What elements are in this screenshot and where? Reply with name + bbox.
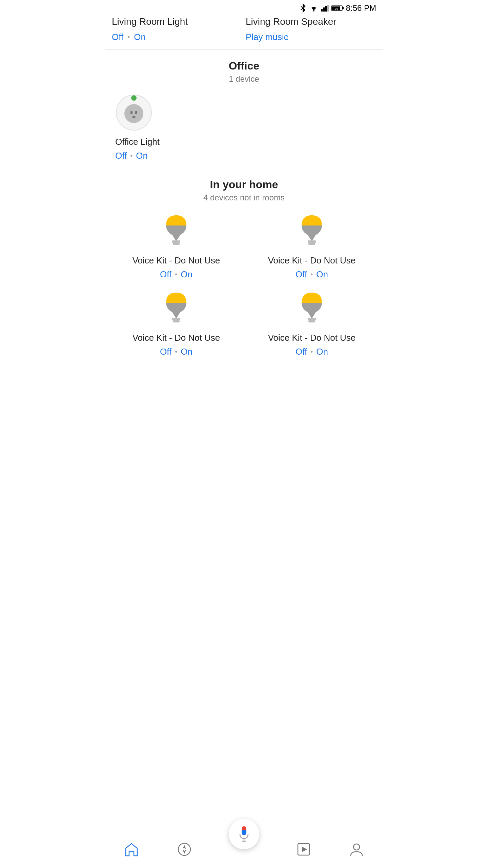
voice-kit-3-on-button[interactable]: On — [181, 347, 192, 357]
nav-explore[interactable] — [176, 841, 193, 858]
voice-kit-4-on-button[interactable]: On — [316, 347, 328, 357]
voice-kit-4: Voice Kit - Do Not Use Off • On — [247, 290, 376, 357]
nav-profile[interactable] — [348, 841, 365, 858]
voice-kit-icon-4 — [295, 290, 329, 327]
voice-kit-icon-2 — [295, 213, 329, 250]
voice-kit-3-off-button[interactable]: Off — [160, 347, 171, 357]
mic-icon — [237, 826, 251, 843]
in-your-home-title: In your home — [112, 178, 376, 191]
svg-rect-13 — [135, 111, 137, 114]
header-devices: Living Room Light Off • On Living Room S… — [105, 16, 383, 50]
svg-rect-28 — [308, 320, 315, 322]
office-section-title: Office — [112, 60, 376, 72]
voice-kit-3-controls: Off • On — [160, 347, 192, 357]
svg-marker-37 — [302, 847, 307, 852]
svg-point-38 — [353, 844, 360, 850]
compass-nav-icon — [176, 841, 193, 858]
svg-text:79: 79 — [335, 7, 338, 11]
media-nav-icon — [295, 841, 312, 858]
home-nav-icon — [123, 841, 140, 858]
svg-rect-27 — [308, 318, 316, 320]
bluetooth-icon — [299, 3, 307, 13]
svg-rect-24 — [172, 318, 180, 320]
voice-kit-2-controls: Off • On — [296, 269, 328, 280]
svg-rect-22 — [308, 243, 315, 245]
status-icons: 79 8:56 PM — [299, 3, 376, 13]
voice-kit-3: Voice Kit - Do Not Use Off • On — [112, 290, 241, 357]
voice-kit-3-name: Voice Kit - Do Not Use — [133, 333, 220, 343]
svg-rect-4 — [327, 5, 329, 12]
svg-rect-1 — [321, 9, 323, 12]
living-room-light-off-button[interactable]: Off — [112, 32, 123, 42]
living-room-light-name: Living Room Light — [112, 16, 239, 27]
voice-kit-2: Voice Kit - Do Not Use Off • On — [247, 213, 376, 280]
svg-rect-14 — [132, 116, 136, 118]
svg-rect-21 — [308, 240, 316, 243]
office-light-device: Office Light Off • On — [112, 94, 376, 161]
svg-rect-6 — [342, 7, 344, 9]
status-bar: 79 8:56 PM — [105, 0, 383, 16]
separator-dot: • — [127, 33, 130, 41]
svg-rect-18 — [172, 240, 180, 243]
mic-button-container — [229, 819, 259, 849]
voice-kit-1-on-button[interactable]: On — [181, 269, 192, 280]
svg-point-10 — [131, 95, 137, 101]
voice-kit-4-off-button[interactable]: Off — [296, 347, 307, 357]
voice-kit-1-off-button[interactable]: Off — [160, 269, 171, 280]
voice-kit-1: Voice Kit - Do Not Use Off • On — [112, 213, 241, 280]
nav-home[interactable] — [123, 841, 140, 858]
svg-rect-25 — [173, 320, 180, 322]
living-room-light-controls: Off • On — [112, 32, 239, 42]
svg-rect-3 — [325, 6, 327, 12]
in-your-home-subtitle: 4 devices not in rooms — [112, 193, 376, 202]
separator-dot-2: • — [130, 152, 133, 160]
voice-kit-2-name: Voice Kit - Do Not Use — [268, 255, 356, 266]
voice-kit-2-on-button[interactable]: On — [316, 269, 328, 280]
office-section-subtitle: 1 device — [112, 74, 376, 84]
office-light-controls: Off • On — [115, 151, 148, 161]
in-your-home-section: In your home 4 devices not in rooms Voic… — [105, 168, 383, 398]
time-display: 8:56 PM — [346, 3, 376, 13]
voice-kit-4-controls: Off • On — [296, 347, 328, 357]
svg-marker-34 — [183, 845, 186, 849]
battery-icon: 79 — [331, 4, 344, 12]
voice-kit-1-controls: Off • On — [160, 269, 192, 280]
voice-kit-4-name: Voice Kit - Do Not Use — [268, 333, 356, 343]
office-section: Office 1 device Office Light Off • On — [105, 50, 383, 168]
svg-point-0 — [313, 10, 314, 12]
living-room-speaker-name: Living Room Speaker — [246, 16, 373, 27]
office-light-name: Office Light — [115, 137, 160, 147]
wifi-icon — [309, 4, 319, 12]
svg-rect-19 — [173, 243, 180, 245]
svg-rect-12 — [130, 111, 133, 114]
mic-button[interactable] — [229, 819, 259, 849]
living-room-speaker-col: Living Room Speaker Play music — [242, 16, 376, 42]
signal-icon — [321, 4, 329, 12]
voice-kit-icon-1 — [159, 213, 193, 250]
living-room-speaker-controls: Play music — [246, 32, 373, 42]
office-light-on-button[interactable]: On — [136, 151, 148, 161]
office-light-off-button[interactable]: Off — [115, 151, 127, 161]
living-room-light-on-button[interactable]: On — [134, 32, 146, 42]
voice-kit-1-name: Voice Kit - Do Not Use — [133, 255, 220, 266]
svg-rect-30 — [242, 830, 246, 835]
person-nav-icon — [348, 841, 365, 858]
svg-point-11 — [124, 104, 143, 123]
play-music-button[interactable]: Play music — [246, 32, 288, 42]
plug-icon — [115, 94, 152, 131]
voice-kit-2-off-button[interactable]: Off — [296, 269, 307, 280]
svg-marker-35 — [183, 850, 186, 854]
voice-kit-icon-3 — [159, 290, 193, 327]
living-room-light-col: Living Room Light Off • On — [112, 16, 242, 42]
nav-media[interactable] — [295, 841, 312, 858]
svg-rect-2 — [323, 7, 325, 12]
voice-kit-grid: Voice Kit - Do Not Use Off • On Voice Ki… — [112, 213, 376, 357]
